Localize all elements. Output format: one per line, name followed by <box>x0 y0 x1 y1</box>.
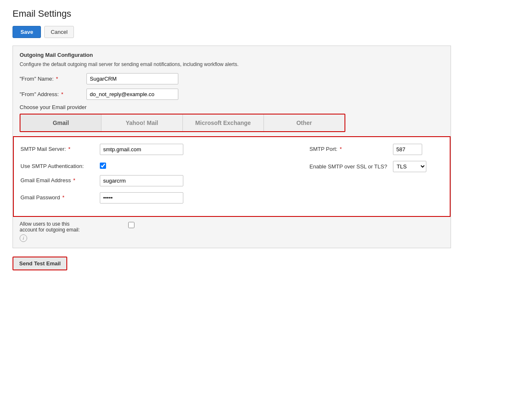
from-address-label: "From" Address: * <box>20 91 86 97</box>
save-button[interactable]: Save <box>13 26 41 38</box>
smtp-auth-label: Use SMTP Authentication: <box>20 161 100 169</box>
required-star-address: * <box>61 91 63 97</box>
smtp-server-input[interactable] <box>100 144 183 155</box>
required-star: * <box>56 76 58 82</box>
gmail-email-row: Gmail Email Address * <box>20 175 293 186</box>
provider-tabs: Gmail Yahoo! Mail Microsoft Exchange Oth… <box>20 114 345 132</box>
smtp-server-label: SMTP Mail Server: * <box>20 144 100 152</box>
gmail-password-label: Gmail Password * <box>20 192 100 201</box>
info-icon[interactable]: i <box>20 234 27 242</box>
cancel-button[interactable]: Cancel <box>44 26 73 38</box>
smtp-server-required: * <box>68 146 70 152</box>
gmail-password-required: * <box>62 194 64 201</box>
tab-other[interactable]: Other <box>264 114 345 131</box>
provider-label: Choose your Email provider <box>20 104 444 110</box>
gmail-password-input[interactable] <box>100 192 183 204</box>
allow-label: Allow users to use this account for outg… <box>20 221 128 242</box>
smtp-server-row: SMTP Mail Server: * <box>20 144 293 155</box>
from-address-row: "From" Address: * <box>20 89 444 100</box>
section-title: Outgoing Mail Configuration <box>20 52 444 58</box>
send-test-email-button[interactable]: Send Test Email <box>13 257 67 270</box>
smtp-port-input[interactable] <box>393 144 422 155</box>
smtp-left-column: SMTP Mail Server: * Use SMTP Authenticat… <box>20 144 293 209</box>
bottom-toolbar: Send Test Email <box>13 257 451 270</box>
smtp-config-section: SMTP Mail Server: * Use SMTP Authenticat… <box>13 136 451 217</box>
gmail-email-required: * <box>73 177 75 183</box>
smtp-auth-row: Use SMTP Authentication: <box>20 161 293 169</box>
gmail-password-row: Gmail Password * <box>20 192 293 204</box>
smtp-port-required: * <box>340 146 342 152</box>
tab-gmail[interactable]: Gmail <box>20 114 101 131</box>
allow-row: Allow users to use this account for outg… <box>20 221 444 242</box>
allow-section: Allow users to use this account for outg… <box>13 217 451 248</box>
from-name-row: "From" Name: * <box>20 73 444 84</box>
from-name-input[interactable] <box>86 73 178 84</box>
tab-yahoo[interactable]: Yahoo! Mail <box>101 114 182 131</box>
smtp-ssl-row: Enable SMTP over SSL or TLS? None SSL TL… <box>309 161 443 172</box>
gmail-email-label: Gmail Email Address * <box>20 175 100 183</box>
outgoing-mail-section: Outgoing Mail Configuration Configure th… <box>13 46 451 248</box>
smtp-port-label: SMTP Port: * <box>309 144 393 152</box>
from-name-label: "From" Name: * <box>20 76 86 82</box>
smtp-port-row: SMTP Port: * <box>309 144 443 155</box>
smtp-auth-checkbox[interactable] <box>100 163 106 169</box>
toolbar: Save Cancel <box>13 26 451 38</box>
provider-section: Choose your Email provider Gmail Yahoo! … <box>20 104 444 132</box>
page-title: Email Settings <box>13 8 451 19</box>
smtp-ssl-label: Enable SMTP over SSL or TLS? <box>309 161 393 170</box>
allow-checkbox[interactable] <box>128 222 134 228</box>
gmail-email-input[interactable] <box>100 175 183 186</box>
smtp-right-column: SMTP Port: * Enable SMTP over SSL or TLS… <box>309 144 443 209</box>
tab-exchange[interactable]: Microsoft Exchange <box>183 114 264 131</box>
section-desc: Configure the default outgoing mail serv… <box>20 61 444 67</box>
smtp-ssl-select[interactable]: None SSL TLS <box>393 161 426 172</box>
from-address-input[interactable] <box>86 89 178 100</box>
